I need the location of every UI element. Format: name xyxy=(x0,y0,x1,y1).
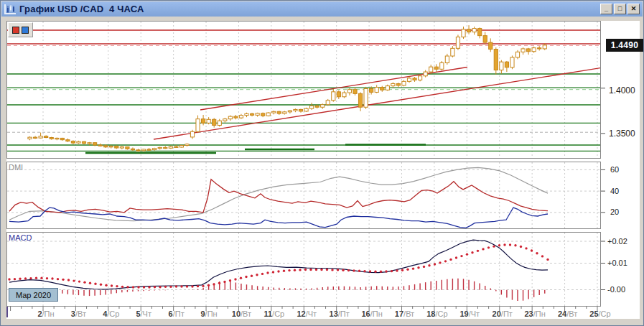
price-tick-label: 1.3500 xyxy=(609,129,635,139)
time-axis-label: 24/Вт xyxy=(552,309,584,318)
time-axis-label: 17/Вт xyxy=(389,309,421,318)
red-marker-button[interactable] xyxy=(12,27,19,34)
app-window: График USD /CAD 4 ЧАСА _ □ ✕ DMI MACD 1.… xyxy=(0,0,644,326)
dmi-panel-label: DMI xyxy=(9,163,23,172)
dmi-tick-label: 60 xyxy=(610,165,619,174)
time-axis-label: 4/Ср xyxy=(95,309,127,318)
time-axis-label: 10/Вт xyxy=(225,309,257,318)
chart-canvas[interactable] xyxy=(1,1,644,326)
time-axis-label: 25/Ср xyxy=(584,309,616,318)
time-axis-label: 3/Вт xyxy=(62,309,94,318)
time-axis-label: 5/Чт xyxy=(128,309,159,318)
macd-tick-label: +0.02 xyxy=(607,237,627,246)
time-axis-label: 6/Пт xyxy=(161,309,192,318)
time-axis-label: 9/Пн xyxy=(193,309,225,318)
blue-marker-button[interactable] xyxy=(22,27,29,34)
dmi-tick-label: 20 xyxy=(610,208,619,216)
macd-panel-label: MACD xyxy=(9,233,32,242)
time-axis-label: 23/Пн xyxy=(519,309,551,318)
current-price-tag: 1.4490 xyxy=(606,39,643,52)
macd-tick-label: -0.00 xyxy=(607,285,625,294)
time-axis: 2/Пн3/Вт4/Ср5/Чт6/Пт9/Пн10/Вт11/Ср12/Чт1… xyxy=(1,307,644,320)
dmi-tick-label: 40 xyxy=(610,187,619,195)
time-axis-label: 12/Чт xyxy=(291,309,322,318)
time-axis-label: 18/Ср xyxy=(421,309,453,318)
time-axis-label: 13/Пт xyxy=(324,309,355,318)
month-badge: Мар 2020 xyxy=(9,288,58,302)
time-axis-label: 11/Ср xyxy=(258,309,290,318)
chart-client-area: DMI MACD 1.4490 1.4000 1.3500 60 40 20 +… xyxy=(1,17,643,325)
time-axis-label: 19/Чт xyxy=(454,309,485,318)
time-axis-label: 2/Пн xyxy=(30,309,62,318)
price-tick-label: 1.4000 xyxy=(609,85,635,96)
time-axis-label: 16/Пн xyxy=(356,309,388,318)
time-axis-label: 20/Пт xyxy=(487,309,518,318)
macd-tick-label: +0.01 xyxy=(607,259,627,267)
legend-toolbar[interactable] xyxy=(8,22,33,37)
